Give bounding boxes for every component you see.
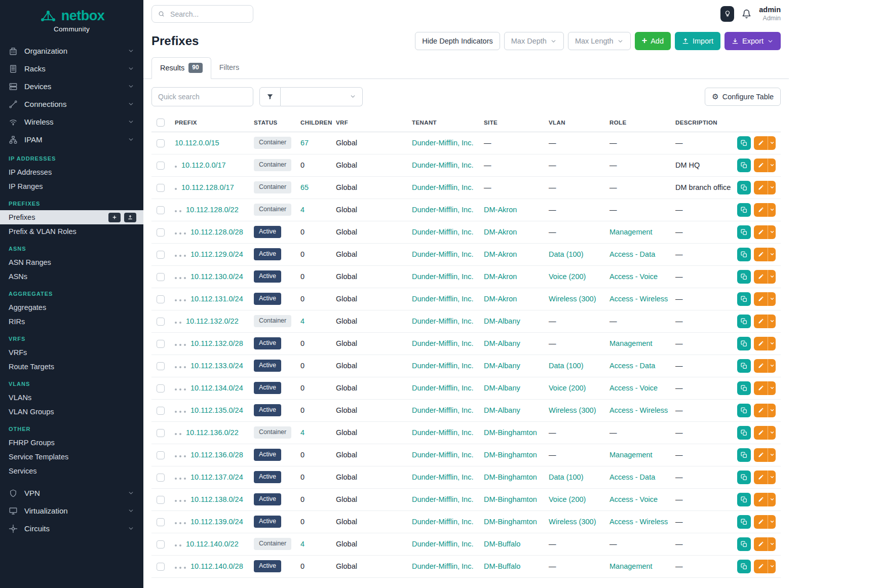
sidebar-item-aggregates[interactable]: Aggregates (0, 300, 143, 315)
column-header-role[interactable]: ROLE (604, 112, 670, 132)
sidebar-item-wireless[interactable]: Wireless (0, 113, 143, 131)
tenant-link[interactable]: Dunder-Mifflin, Inc. (412, 161, 473, 169)
role-link[interactable]: Access - Voice (609, 384, 658, 392)
sidebar-item-prefixes[interactable]: Prefixes (0, 210, 143, 224)
row-checkbox[interactable] (157, 540, 165, 548)
global-search[interactable] (151, 5, 253, 23)
filter-button[interactable] (259, 87, 281, 106)
clone-button[interactable] (737, 270, 751, 284)
clone-button[interactable] (737, 337, 751, 350)
row-checkbox[interactable] (157, 251, 165, 259)
row-checkbox[interactable] (157, 162, 165, 170)
role-link[interactable]: Access - Wireless (609, 295, 668, 303)
role-link[interactable]: Access - Data (609, 362, 655, 370)
row-checkbox[interactable] (157, 563, 165, 571)
edit-button[interactable] (754, 560, 768, 573)
edit-button[interactable] (754, 270, 768, 284)
clone-button[interactable] (737, 515, 751, 529)
edit-button[interactable] (754, 225, 768, 239)
site-link[interactable]: DM-Albany (484, 384, 520, 392)
sidebar-item-ip-addresses[interactable]: IP Addresses (0, 165, 143, 179)
quick-import-button[interactable] (124, 213, 136, 222)
clone-button[interactable] (737, 315, 751, 328)
tenant-link[interactable]: Dunder-Mifflin, Inc. (412, 518, 473, 526)
clone-button[interactable] (737, 159, 751, 172)
prefix-link[interactable]: 10.112.133.0/24 (190, 362, 243, 370)
role-link[interactable]: Access - Voice (609, 495, 658, 503)
role-link[interactable]: Access - Wireless (609, 406, 668, 414)
tenant-link[interactable]: Dunder-Mifflin, Inc. (412, 540, 473, 548)
edit-dropdown-button[interactable] (768, 337, 776, 350)
edit-button[interactable] (754, 292, 768, 306)
site-link[interactable]: DM-Binghamton (484, 473, 537, 481)
add-button[interactable]: + Add (635, 32, 671, 50)
sidebar-item-asns[interactable]: ASNs (0, 269, 143, 284)
edit-button[interactable] (754, 448, 768, 462)
role-link[interactable]: Access - Data (609, 473, 655, 481)
sidebar-item-vpn[interactable]: VPN (0, 484, 143, 502)
clone-button[interactable] (737, 381, 751, 395)
edit-button[interactable] (754, 337, 768, 350)
edit-dropdown-button[interactable] (768, 292, 776, 306)
clone-button[interactable] (737, 203, 751, 217)
row-checkbox[interactable] (157, 474, 165, 482)
hide-depth-indicators-button[interactable]: Hide Depth Indicators (415, 32, 500, 50)
sidebar-item-virtualization[interactable]: Virtualization (0, 502, 143, 520)
import-button[interactable]: Import (675, 32, 720, 50)
prefix-link[interactable]: 10.112.131.0/24 (190, 295, 243, 303)
max-depth-dropdown[interactable]: Max Depth (504, 32, 564, 50)
edit-dropdown-button[interactable] (768, 560, 776, 573)
edit-button[interactable] (754, 537, 768, 551)
row-checkbox[interactable] (157, 451, 165, 459)
tenant-link[interactable]: Dunder-Mifflin, Inc. (412, 562, 473, 570)
select-all-checkbox[interactable] (157, 119, 165, 127)
notifications-button[interactable] (742, 9, 751, 19)
prefix-link[interactable]: 10.112.137.0/24 (190, 473, 243, 481)
site-link[interactable]: DM-Albany (484, 406, 520, 414)
tab-results[interactable]: Results 90 (151, 57, 211, 79)
edit-button[interactable] (754, 426, 768, 440)
search-input[interactable] (169, 10, 247, 19)
edit-dropdown-button[interactable] (768, 159, 776, 172)
role-link[interactable]: Management (609, 228, 653, 236)
site-link[interactable]: DM-Albany (484, 339, 520, 347)
user-menu[interactable]: admin Admin (759, 6, 781, 22)
edit-dropdown-button[interactable] (768, 493, 776, 506)
column-header-status[interactable]: STATUS (249, 112, 295, 132)
sidebar-item-service-templates[interactable]: Service Templates (0, 450, 143, 464)
edit-dropdown-button[interactable] (768, 471, 776, 484)
row-checkbox[interactable] (157, 184, 165, 192)
role-link[interactable]: Management (609, 339, 653, 347)
edit-dropdown-button[interactable] (768, 426, 776, 440)
tenant-link[interactable]: Dunder-Mifflin, Inc. (412, 317, 473, 325)
sidebar-item-ipam[interactable]: IPAM (0, 131, 143, 148)
site-link[interactable]: DM-Akron (484, 206, 517, 214)
prefix-link[interactable]: 10.112.129.0/24 (190, 250, 243, 258)
site-link[interactable]: DM-Binghamton (484, 495, 537, 503)
column-header-site[interactable]: SITE (479, 112, 544, 132)
edit-button[interactable] (754, 515, 768, 529)
tenant-link[interactable]: Dunder-Mifflin, Inc. (412, 228, 473, 236)
clone-button[interactable] (737, 471, 751, 484)
sidebar-item-ip-ranges[interactable]: IP Ranges (0, 179, 143, 193)
role-link[interactable]: Management (609, 451, 653, 459)
edit-button[interactable] (754, 381, 768, 395)
prefix-link[interactable]: 10.112.0.0/15 (175, 139, 219, 147)
prefix-link[interactable]: 10.112.128.0/28 (190, 228, 243, 236)
tenant-link[interactable]: Dunder-Mifflin, Inc. (412, 183, 473, 191)
edit-button[interactable] (754, 315, 768, 328)
site-link[interactable]: DM-Albany (484, 362, 520, 370)
prefix-link[interactable]: 10.112.138.0/24 (190, 495, 243, 503)
children-link[interactable]: 4 (300, 317, 304, 325)
vlan-link[interactable]: Wireless (300) (549, 295, 596, 303)
site-link[interactable]: DM-Binghamton (484, 451, 537, 459)
children-link[interactable]: 67 (300, 139, 309, 147)
edit-button[interactable] (754, 136, 768, 150)
prefix-link[interactable]: 10.112.0.0/17 (181, 161, 226, 169)
edit-button[interactable] (754, 248, 768, 261)
configure-table-button[interactable]: ⚙ Configure Table (705, 88, 781, 106)
clone-button[interactable] (737, 493, 751, 506)
sidebar-item-devices[interactable]: Devices (0, 77, 143, 95)
role-link[interactable]: Management (609, 562, 653, 570)
children-link[interactable]: 65 (300, 183, 309, 191)
